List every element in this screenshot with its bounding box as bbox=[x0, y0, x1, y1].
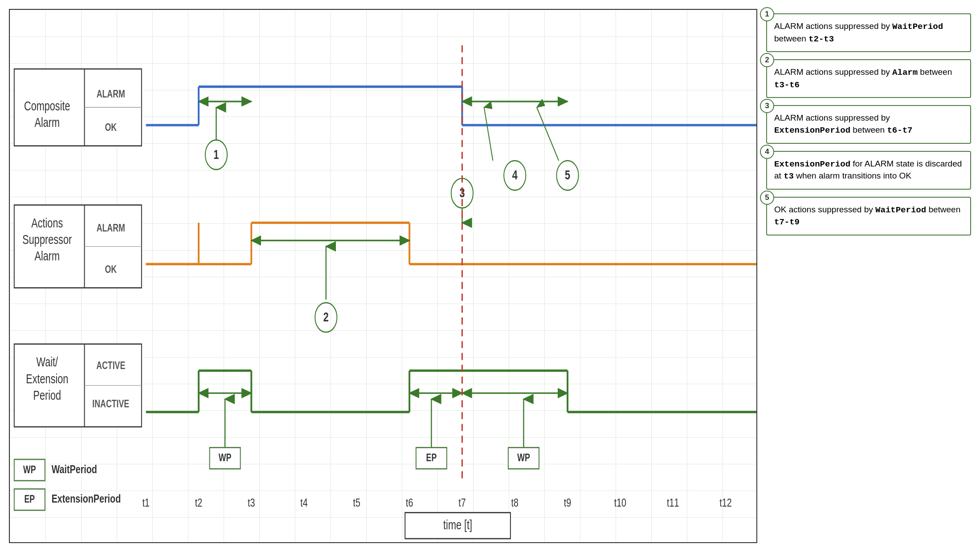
svg-text:4: 4 bbox=[512, 168, 518, 182]
svg-text:WP: WP bbox=[517, 451, 530, 463]
annotation-box-5: 5 OK actions suppressed by WaitPeriod be… bbox=[766, 197, 971, 235]
svg-text:OK: OK bbox=[105, 264, 117, 275]
svg-text:ALARM: ALARM bbox=[97, 222, 125, 234]
svg-text:t7: t7 bbox=[458, 496, 466, 509]
svg-text:t11: t11 bbox=[667, 496, 679, 509]
chart-area: 1 4 5 bbox=[9, 9, 757, 543]
svg-text:ACTIVE: ACTIVE bbox=[96, 359, 125, 371]
svg-text:Composite: Composite bbox=[24, 99, 70, 113]
annotation-number-1: 1 bbox=[760, 7, 774, 21]
svg-text:OK: OK bbox=[105, 122, 117, 133]
svg-line-14 bbox=[537, 107, 559, 161]
annotation-number-4: 4 bbox=[760, 145, 774, 159]
svg-text:Alarm: Alarm bbox=[34, 249, 60, 263]
annotation-box-2: 2 ALARM actions suppressed by Alarm betw… bbox=[766, 59, 971, 98]
svg-text:ALARM: ALARM bbox=[97, 88, 125, 99]
annotation-box-1: 1 ALARM actions suppressed by WaitPeriod… bbox=[766, 13, 971, 52]
svg-text:t4: t4 bbox=[300, 496, 307, 509]
svg-text:Extension: Extension bbox=[26, 371, 68, 386]
svg-text:t6: t6 bbox=[406, 496, 413, 509]
annotation-number-2: 2 bbox=[760, 53, 774, 67]
svg-text:EP: EP bbox=[426, 451, 437, 463]
svg-text:t3: t3 bbox=[248, 496, 255, 509]
annotation-number-3: 3 bbox=[760, 99, 774, 113]
svg-text:time [t]: time [t] bbox=[443, 518, 472, 532]
svg-text:WaitPeriod: WaitPeriod bbox=[52, 463, 97, 476]
svg-text:Wait/: Wait/ bbox=[37, 355, 58, 369]
annotation-text-1: ALARM actions suppressed by WaitPeriod b… bbox=[774, 20, 963, 45]
svg-text:t1: t1 bbox=[142, 496, 149, 509]
svg-text:t5: t5 bbox=[353, 496, 360, 509]
svg-text:WP: WP bbox=[23, 463, 36, 475]
svg-text:1: 1 bbox=[213, 147, 219, 162]
svg-text:t10: t10 bbox=[614, 496, 626, 509]
svg-text:INACTIVE: INACTIVE bbox=[92, 398, 129, 409]
svg-text:t2: t2 bbox=[195, 496, 202, 509]
annotation-text-4: ExtensionPeriod for ALARM state is disca… bbox=[774, 158, 963, 183]
annotation-box-3: 3 ALARM actions suppressed by ExtensionP… bbox=[766, 105, 971, 143]
svg-text:t8: t8 bbox=[511, 496, 519, 509]
right-panel: 1 ALARM actions suppressed by WaitPeriod… bbox=[766, 9, 971, 543]
svg-text:EP: EP bbox=[24, 493, 35, 504]
svg-text:WP: WP bbox=[219, 451, 232, 463]
main-container: 1 4 5 bbox=[0, 0, 980, 552]
svg-line-11 bbox=[484, 107, 493, 161]
svg-text:t12: t12 bbox=[719, 496, 731, 509]
diagram-wrapper: 1 4 5 bbox=[9, 9, 757, 543]
diagram-svg: 1 4 5 bbox=[10, 10, 756, 542]
svg-text:Period: Period bbox=[33, 388, 61, 402]
svg-text:ExtensionPeriod: ExtensionPeriod bbox=[52, 492, 121, 505]
svg-text:Actions: Actions bbox=[31, 216, 63, 230]
svg-text:t9: t9 bbox=[564, 496, 571, 509]
annotation-box-4: 4 ExtensionPeriod for ALARM state is dis… bbox=[766, 151, 971, 190]
annotation-number-5: 5 bbox=[760, 191, 774, 205]
svg-text:5: 5 bbox=[565, 168, 570, 182]
svg-text:Alarm: Alarm bbox=[34, 115, 60, 130]
annotation-text-3: ALARM actions suppressed by ExtensionPer… bbox=[774, 112, 963, 136]
svg-text:2: 2 bbox=[323, 310, 329, 324]
annotation-text-2: ALARM actions suppressed by Alarm betwee… bbox=[774, 66, 963, 91]
svg-text:Suppressor: Suppressor bbox=[22, 232, 72, 247]
annotation-text-5: OK actions suppressed by WaitPeriod betw… bbox=[774, 204, 963, 228]
